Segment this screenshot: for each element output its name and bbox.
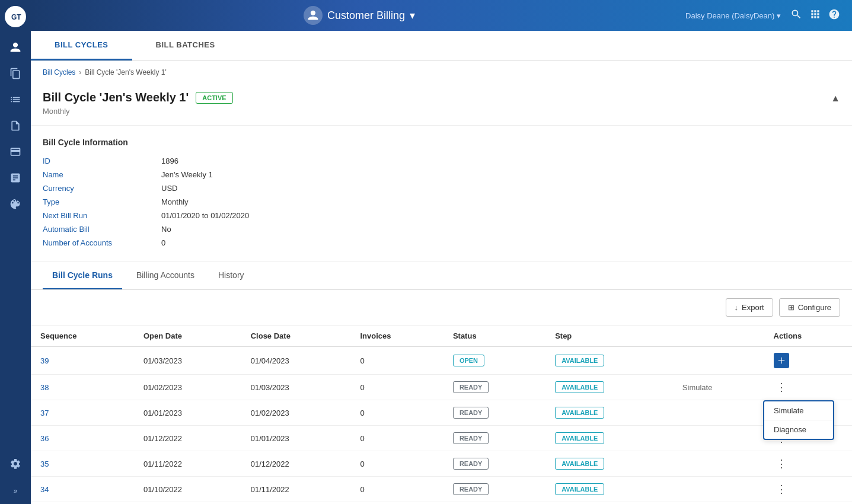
row-38-sequence[interactable]: 38 [40, 383, 49, 392]
sub-tab-bar: Bill Cycle Runs Billing Accounts History [31, 262, 852, 290]
row-34-invoices: 0 [350, 477, 443, 502]
row-37-context [673, 400, 764, 426]
info-section-title: Bill Cycle Information [43, 138, 840, 147]
row-38-open-date: 01/02/2023 [134, 375, 241, 400]
row-35-dots[interactable]: ⋮ [774, 457, 789, 470]
row-38-status: READY [453, 381, 489, 393]
row-35-close-date: 01/12/2022 [241, 451, 351, 477]
row-38-invoices: 0 [350, 375, 443, 400]
row-33-close-date: 01/10/2022 [241, 502, 351, 505]
sidebar-icon-palette[interactable] [5, 193, 26, 215]
scroll-content: Bill Cycles › Bill Cycle 'Jen's Weekly 1… [31, 61, 852, 504]
content-area: BILL CYCLES BILL BATCHES Bill Cycles › B… [31, 31, 852, 504]
info-value-automatic-bill: No [161, 225, 398, 234]
info-grid: ID 1896 Name Jen's Weekly 1 Currency USD… [43, 157, 398, 247]
row-37-status: READY [453, 407, 489, 419]
info-value-currency: USD [161, 184, 398, 193]
row-39-step: AVAILABLE [555, 355, 604, 366]
nav-user[interactable]: Daisy Deane (DaisyDean) ▾ [685, 11, 781, 20]
nav-dropdown-arrow[interactable]: ▾ [410, 9, 415, 22]
row-36-context [673, 426, 764, 451]
nav-title-label[interactable]: Customer Billing [327, 9, 405, 22]
row-36-invoices: 0 [350, 426, 443, 451]
row-37-close-date: 01/02/2023 [241, 400, 351, 426]
context-menu-simulate[interactable]: Simulate [764, 401, 833, 420]
table-row: 36 01/12/2022 01/01/2023 0 READY AVAILAB… [31, 426, 852, 451]
help-icon[interactable] [828, 8, 840, 23]
table-row: 35 01/11/2022 01/12/2022 0 READY AVAILAB… [31, 451, 852, 477]
app-logo[interactable]: GT [5, 6, 26, 27]
row-38-simulate[interactable]: Simulate [682, 383, 713, 392]
sidebar-icon-calculator[interactable] [5, 167, 26, 189]
row-35-sequence[interactable]: 35 [40, 460, 49, 468]
row-39-close-date: 01/04/2023 [241, 347, 351, 375]
export-button[interactable]: ↓ Export [726, 298, 773, 317]
table-container: Sequence Open Date Close Date Invoices S… [31, 325, 852, 504]
context-menu-diagnose[interactable]: Diagnose [764, 420, 833, 439]
row-39-context [673, 347, 764, 375]
sidebar-icon-users[interactable] [5, 37, 26, 58]
configure-button[interactable]: ⊞ Configure [779, 298, 840, 317]
row-38-step: AVAILABLE [555, 381, 604, 393]
info-label-automatic-bill: Automatic Bill [43, 225, 161, 234]
bill-cycle-info-section: Bill Cycle Information ID 1896 Name Jen'… [31, 126, 852, 262]
table-row: 34 01/10/2022 01/11/2022 0 READY AVAILAB… [31, 477, 852, 502]
bill-cycle-subtitle: Monthly [43, 107, 840, 116]
tab-bill-cycles[interactable]: BILL CYCLES [31, 31, 132, 60]
row-33-context [673, 502, 764, 505]
row-38-dots[interactable]: ⋮ [774, 381, 789, 394]
bill-cycle-runs-table: Sequence Open Date Close Date Invoices S… [31, 325, 852, 504]
bill-cycle-title-row: Bill Cycle 'Jen's Weekly 1' ACTIVE [43, 91, 840, 104]
breadcrumb-parent[interactable]: Bill Cycles [43, 68, 75, 76]
nav-actions [790, 8, 840, 23]
col-step: Step [545, 326, 673, 347]
grid-icon[interactable] [809, 8, 821, 23]
col-invoices: Invoices [350, 326, 443, 347]
sub-tab-history[interactable]: History [209, 262, 254, 289]
collapse-button[interactable]: ▲ [831, 93, 840, 104]
row-33-open-date: 01/09/2022 [134, 502, 241, 505]
table-header-row: Sequence Open Date Close Date Invoices S… [31, 326, 852, 347]
table-row: 37 01/01/2023 01/02/2023 0 READY AVAILAB… [31, 400, 852, 426]
row-36-sequence[interactable]: 36 [40, 434, 49, 443]
table-row: 39 01/03/2023 01/04/2023 0 OPEN AVAILABL… [31, 347, 852, 375]
row-39-sequence[interactable]: 39 [40, 356, 49, 365]
row-38-actions: ⋮ [764, 375, 852, 400]
tab-bill-batches[interactable]: BILL BATCHES [132, 31, 239, 60]
row-37-invoices: 0 [350, 400, 443, 426]
row-39-action-button[interactable] [774, 353, 789, 368]
info-label-id: ID [43, 157, 161, 165]
sidebar-icon-settings[interactable] [5, 453, 26, 474]
row-37-step: AVAILABLE [555, 407, 604, 419]
breadcrumb: Bill Cycles › Bill Cycle 'Jen's Weekly 1… [31, 61, 852, 84]
sidebar-icon-copy[interactable] [5, 63, 26, 84]
col-status: Status [443, 326, 545, 347]
col-actions: Actions [764, 326, 852, 347]
table-row: 38 01/02/2023 01/03/2023 0 READY AVAILAB… [31, 375, 852, 400]
info-value-type: Monthly [161, 197, 398, 206]
sidebar-icon-file[interactable] [5, 115, 26, 136]
sub-tab-billing-accounts[interactable]: Billing Accounts [127, 262, 204, 289]
svg-text:GT: GT [11, 13, 21, 21]
main-tab-bar: BILL CYCLES BILL BATCHES [31, 31, 852, 61]
sub-tab-bill-cycle-runs[interactable]: Bill Cycle Runs [43, 262, 122, 289]
row-33-invoices: 0 [350, 502, 443, 505]
sidebar-icon-card[interactable] [5, 141, 26, 162]
info-label-type: Type [43, 197, 161, 206]
info-value-num-accounts: 0 [161, 238, 398, 247]
sidebar-expand-button[interactable]: » [5, 484, 26, 498]
info-label-currency: Currency [43, 184, 161, 193]
row-39-open-date: 01/03/2023 [134, 347, 241, 375]
row-34-status: READY [453, 483, 489, 495]
col-open-date: Open Date [134, 326, 241, 347]
row-37-sequence[interactable]: 37 [40, 409, 49, 417]
row-36-close-date: 01/01/2023 [241, 426, 351, 451]
row-37-open-date: 01/01/2023 [134, 400, 241, 426]
row-34-sequence[interactable]: 34 [40, 485, 49, 494]
row-34-dots[interactable]: ⋮ [774, 483, 789, 496]
search-icon[interactable] [790, 8, 802, 23]
sidebar-icon-list[interactable] [5, 89, 26, 110]
info-label-next-bill-run: Next Bill Run [43, 211, 161, 220]
col-close-date: Close Date [241, 326, 351, 347]
col-context-menu [673, 326, 764, 347]
